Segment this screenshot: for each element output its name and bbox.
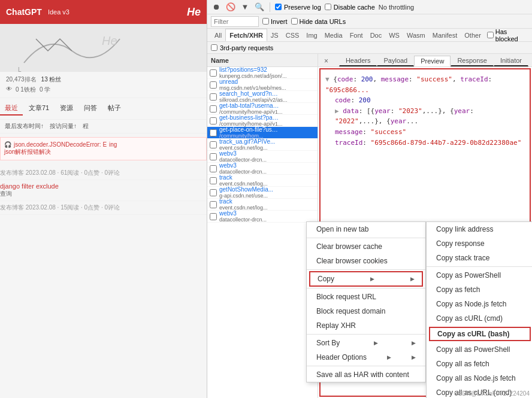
item-checkbox-6[interactable] (210, 141, 217, 148)
tab-media[interactable]: Media (321, 29, 346, 41)
network-item-2[interactable]: search_hot_word?new_hot... silkroad.csdn… (207, 91, 318, 103)
ctx-separator-2 (307, 269, 425, 270)
tab-recent[interactable]: 最近 (0, 102, 23, 116)
devtools-main: Name list?positions=932 kunpeng.csdn.net… (207, 54, 532, 398)
sub-nav-date[interactable]: 最后发布时间↑ (5, 122, 44, 130)
ctx-open-new-tab[interactable]: Open in new tab (307, 222, 425, 236)
tab-qa[interactable]: 问答 (79, 102, 102, 116)
context-menu: Open in new tab Clear browser cache Clea… (306, 221, 426, 382)
tab-articles[interactable]: 文章71 (24, 102, 54, 116)
tab-other[interactable]: Other (461, 29, 485, 41)
list-item[interactable]: 发布博客 2023.02.08 · 15阅读 · 0点赞 · 0评论 (0, 201, 207, 215)
filter-input[interactable] (211, 16, 259, 27)
item-checkbox-4[interactable] (210, 117, 217, 124)
network-item-7[interactable]: webv3 datacollector-drcn... (207, 151, 318, 163)
ctx-separator-5 (307, 366, 425, 366)
sub-copy-response[interactable]: Copy response (427, 236, 532, 251)
disable-cache-checkbox[interactable] (325, 4, 331, 10)
ctx-replay-xhr[interactable]: Replay XHR (307, 318, 425, 333)
tab-initiator[interactable]: Initiator (494, 55, 528, 66)
item-checkbox-10[interactable] (210, 189, 217, 196)
tab-payload[interactable]: Payload (377, 55, 414, 66)
sub-copy-link[interactable]: Copy link address (427, 222, 532, 236)
sub-separator-1 (427, 266, 532, 267)
sub-nav-views[interactable]: 按访问量↑ (50, 122, 77, 130)
response-line-4: traceId: "695c866d-879d-44b7-a229-0b82d2… (325, 138, 525, 148)
network-item-6[interactable]: track_ua.gif?APIVe... event.csdn.net/log… (207, 139, 318, 151)
sub-copy-all-fetch[interactable]: Copy all as fetch (427, 357, 532, 371)
has-blocked-checkbox[interactable] (487, 32, 494, 38)
network-item-4[interactable]: get-business-list?page=18... /community/… (207, 115, 318, 127)
tab-all[interactable]: All (211, 29, 225, 41)
tab-img[interactable]: Img (303, 29, 321, 41)
close-panel-button[interactable]: × (322, 56, 331, 66)
throttling-selector[interactable]: No throttling (379, 4, 414, 11)
hide-data-urls-checkbox[interactable] (291, 18, 298, 25)
content-nav-tabs[interactable]: 最近 文章71 资源 问答 帖子 (0, 98, 207, 120)
network-item-11[interactable]: track event.csdn.net/log... (207, 199, 318, 211)
sub-copy-all-nodejs-fetch[interactable]: Copy all as Node.js fetch (427, 371, 532, 385)
search-button[interactable]: 🔍 (254, 2, 265, 13)
network-item-12[interactable]: webv3 datacollector-drcn... (207, 211, 318, 223)
tab-js[interactable]: JS (267, 29, 282, 41)
ctx-clear-cache[interactable]: Clear browser cache (307, 239, 425, 254)
tab-fetch-xhr[interactable]: Fetch/XHR (225, 29, 267, 41)
sub-copy-powershell[interactable]: Copy as PowerShell (427, 268, 532, 282)
clear-button[interactable]: 🚫 (225, 2, 236, 13)
network-item-8[interactable]: webv3 datacollector-drcn... (207, 163, 318, 175)
tab-doc[interactable]: Doc (367, 29, 386, 41)
sub-copy-fetch[interactable]: Copy as fetch (427, 282, 532, 297)
ctx-clear-cookies[interactable]: Clear browser cookies (307, 254, 425, 268)
tab-wasm[interactable]: Wasm (403, 29, 429, 41)
ctx-copy[interactable]: Copy ▶ (309, 271, 423, 287)
filter-button[interactable]: ▼ (240, 2, 250, 13)
decorative-area: He L (0, 24, 207, 72)
network-item-5[interactable]: get-place-on-file?usernam... /community/… (207, 127, 318, 139)
item-checkbox-8[interactable] (210, 165, 217, 172)
tab-font[interactable]: Font (346, 29, 367, 41)
invert-checkbox[interactable] (262, 18, 269, 25)
tab-response[interactable]: Response (451, 55, 494, 66)
tab-css[interactable]: CSS (282, 29, 303, 41)
item-checkbox-11[interactable] (210, 201, 217, 208)
item-checkbox-3[interactable] (210, 105, 217, 113)
tab-preview[interactable]: Preview (414, 56, 451, 66)
network-item-1[interactable]: unread msg.csdn.net/v1/web/mes... (207, 79, 318, 91)
item-checkbox-7[interactable] (210, 153, 217, 160)
tab-posts[interactable]: 帖子 (103, 102, 126, 116)
ctx-block-url[interactable]: Block request URL (307, 290, 425, 304)
item-checkbox-1[interactable] (210, 81, 217, 89)
item-checkbox-9[interactable] (210, 177, 217, 184)
item-checkbox-5[interactable] (210, 129, 217, 136)
item-checkbox-0[interactable] (210, 69, 217, 77)
tab-ws[interactable]: WS (385, 29, 403, 41)
network-list: Name list?positions=932 kunpeng.csdn.net… (207, 54, 318, 398)
hide-data-urls-group: Hide data URLs (291, 18, 346, 25)
list-item[interactable]: 发布博客 2023.02.08 · 61阅读 · 0点赞 · 0评论 (0, 166, 207, 180)
sub-copy-stack-trace[interactable]: Copy stack trace (427, 251, 532, 265)
ctx-save-har[interactable]: Save all as HAR with content (307, 367, 425, 382)
item-checkbox-2[interactable] (210, 93, 217, 101)
ctx-block-domain[interactable]: Block request domain (307, 304, 425, 318)
sub-copy-all-powershell[interactable]: Copy all as PowerShell (427, 342, 532, 357)
sub-copy-curl-bash[interactable]: Copy as cURL (bash) (429, 327, 531, 341)
sub-copy-nodejs-fetch[interactable]: Copy as Node.js fetch (427, 297, 532, 311)
sub-nav-prog[interactable]: 程 (83, 122, 89, 130)
preserve-log-checkbox[interactable] (275, 4, 282, 10)
ctx-sort-by[interactable]: Sort By ▶ (307, 336, 425, 350)
sub-copy-curl-cmd[interactable]: Copy as cURL (cmd) (427, 311, 532, 326)
record-button[interactable]: ⏺ (211, 2, 222, 13)
ctx-header-options[interactable]: Header Options ▶ (307, 350, 425, 364)
item-checkbox-12[interactable] (210, 213, 217, 220)
network-item-0[interactable]: list?positions=932 kunpeng.csdn.net/ad/j… (207, 67, 318, 79)
tab-resources[interactable]: 资源 (55, 102, 78, 116)
tab-headers[interactable]: Headers (339, 55, 377, 66)
tab-manifest[interactable]: Manifest (429, 29, 461, 41)
network-item-9[interactable]: track event.csdn.net/log... (207, 175, 318, 187)
network-item-10[interactable]: getNotShowMedia... g-api.csdn.net/use... (207, 187, 318, 199)
list-item[interactable]: django filter exclude 查询 (0, 180, 207, 201)
network-item-3[interactable]: get-tab-total?username=L... /community/h… (207, 103, 318, 115)
third-party-checkbox[interactable] (211, 44, 217, 51)
invert-label: Invert (271, 18, 288, 25)
website-header: ChatGPT Idea v3 He (0, 0, 207, 24)
